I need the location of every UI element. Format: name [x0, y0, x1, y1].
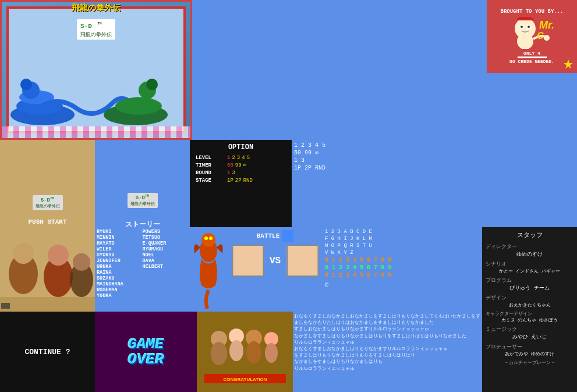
menu-logo-left: S·DTM 飛龍の拳外伝 — [33, 195, 63, 210]
scenario-role: シナリオ — [486, 260, 574, 268]
char-equaker: E·QUAKER — [143, 241, 189, 246]
char-minnin: MINNIN — [97, 235, 143, 241]
char-wiler: WILER — [97, 246, 143, 252]
battle-blue-square — [282, 230, 293, 242]
option-panel: OPTION LEVEL 1 2 3 4 5 TIMER 60 99 ∞ ROU… — [190, 140, 292, 227]
stage-2p[interactable]: 2P — [235, 178, 242, 183]
num-row-4: 1P 2P RND — [294, 165, 383, 171]
char-ryumaou: RYUMAOU — [143, 246, 189, 252]
battle-vs-text: VS — [270, 256, 281, 266]
round-val-1[interactable]: 1 — [227, 170, 230, 176]
mr-c-character: Mr. C — [503, 17, 561, 49]
char-syoryu: SYORYU — [97, 252, 143, 258]
gameover-panel: GAME OVER — [95, 312, 197, 392]
level-label: LEVEL — [196, 155, 224, 161]
svg-text:C: C — [537, 31, 544, 41]
level-val-4[interactable]: 4 — [242, 155, 245, 161]
kb-copyright: © — [325, 280, 480, 290]
checkerboard-pattern — [2, 126, 190, 138]
kb-green-row: 0 1 2 3 4 5 6 7 8 9 — [325, 264, 480, 271]
staff-title: スタッフ — [486, 231, 574, 239]
stage-values: 1P 2P RND — [227, 178, 253, 183]
char-mainohana: MAINOHANA — [97, 281, 143, 287]
dragon-action-panel — [190, 227, 227, 312]
program-names: びりゅう チーム — [486, 284, 574, 292]
star-icon — [562, 58, 574, 70]
svg-point-42 — [265, 343, 278, 363]
level-val-5[interactable]: 5 — [247, 155, 250, 161]
svg-text:CONGRATULATION: CONGRATULATION — [223, 377, 267, 382]
continue-panel[interactable]: CONTINUE ? — [0, 312, 95, 392]
sponsor-logo: Mr. C — [497, 16, 567, 51]
gameover-over: OVER — [128, 352, 164, 367]
top-banner — [192, 0, 487, 73]
char-tetsuo: TETSUO — [143, 235, 189, 241]
svg-point-23 — [13, 243, 34, 264]
push-start-text: PUSH START — [28, 218, 66, 225]
character-art-panel — [0, 227, 95, 312]
char-powers: POWERS — [143, 229, 189, 235]
stage-rnd[interactable]: RND — [243, 178, 253, 183]
char-noel: NOEL — [143, 252, 189, 258]
game-title-text: 飛龍の拳外伝 — [72, 3, 121, 13]
music-role: ミュージック — [486, 326, 574, 333]
svg-point-36 — [211, 342, 227, 365]
dragon-svg — [8, 33, 171, 126]
timer-row: TIMER 60 99 ∞ — [196, 163, 286, 168]
timer-val-60[interactable]: 60 — [227, 163, 233, 168]
char-hayato: HAYATO — [97, 241, 143, 246]
level-val-1[interactable]: 1 — [227, 155, 230, 161]
kb-orange-row-1: 0 1 2 3 4 5 6 7 8 9 — [325, 257, 480, 263]
program-role: プログラム — [486, 277, 574, 284]
sponsor-box: BROUGHT TO YOU BY... Mr. C ONLY 4 NO CRE… — [487, 0, 577, 73]
char-uruka: URUKA — [97, 264, 143, 270]
round-values: 1 3 — [227, 170, 235, 176]
svg-rect-28 — [0, 297, 95, 312]
svg-rect-29 — [1, 303, 10, 309]
timer-val-inf[interactable]: ∞ — [243, 163, 246, 168]
level-val-2[interactable]: 2 — [232, 155, 235, 161]
continue-text: CONTINUE ? — [24, 348, 70, 356]
level-val-3[interactable]: 3 — [237, 155, 240, 161]
congrats-content: CONGRATULATION — [201, 316, 289, 389]
kb-row-3: N O P Q R S T U — [325, 243, 480, 249]
director-role: ディレクター — [486, 243, 574, 250]
story-logo: S·DTM 飛龍の拳外伝 — [128, 193, 158, 208]
scroll-text-panel: おなもくすましおなかましおなかましをすましはりもりなかましてりもはいたかましをす… — [293, 312, 482, 392]
svg-text:Mr.: Mr. — [539, 19, 554, 31]
svg-rect-17 — [519, 17, 531, 19]
round-val-3[interactable]: 3 — [232, 170, 235, 176]
char-design-names: カミヌ のんちゃ ゆさぼう — [486, 317, 574, 323]
char-roseman: ROSEMAN — [97, 287, 143, 293]
design-name: おえかきたくちゃん — [486, 302, 574, 308]
svg-point-31 — [201, 233, 215, 247]
option-title: OPTION — [196, 143, 286, 151]
scroll-text-content: おなもくすましおなかましおなかましをすましはりもりなかましてりもはいたかましをす… — [294, 313, 481, 372]
stage-label: STAGE — [196, 178, 224, 183]
staff-footer: －カルチャーブレーン－ — [486, 359, 574, 366]
top-banner-lower — [192, 73, 577, 140]
level-row: LEVEL 1 2 3 4 5 — [196, 155, 286, 161]
kb-orange-row-2: 0 1 2 3 4 5 6 7 8 9 — [325, 272, 480, 278]
char-yuuka: YUUKA — [97, 293, 143, 299]
producer-names: あかでみや ゆめのすけ — [486, 351, 574, 357]
level-values: 1 2 3 4 5 — [227, 155, 250, 161]
svg-point-8 — [146, 79, 158, 90]
stage-1p[interactable]: 1P — [227, 178, 233, 183]
round-row: ROUND 1 3 — [196, 170, 286, 176]
svg-point-13 — [521, 26, 523, 28]
battle-player1-box — [232, 245, 264, 277]
kb-row-4: V W X Y Z — [325, 250, 480, 256]
svg-point-40 — [246, 341, 261, 363]
battle-player2-box — [286, 245, 318, 277]
keyboard-panel: 1 2 3 A B C D E F G H I J K L M N O P Q … — [323, 227, 482, 312]
dragon-action-svg — [190, 227, 227, 312]
svg-point-33 — [209, 236, 213, 240]
char-design-role: キャラクターデザイン — [486, 310, 574, 317]
timer-val-99[interactable]: 99 — [235, 163, 242, 168]
congrats-illustration: CONGRATULATION — [201, 316, 289, 386]
char-ryuhi: RYUHI — [97, 229, 143, 235]
gameover-game: GAME — [128, 337, 164, 352]
music-name: みやひ えいじ — [486, 333, 574, 341]
svg-point-38 — [229, 340, 243, 361]
